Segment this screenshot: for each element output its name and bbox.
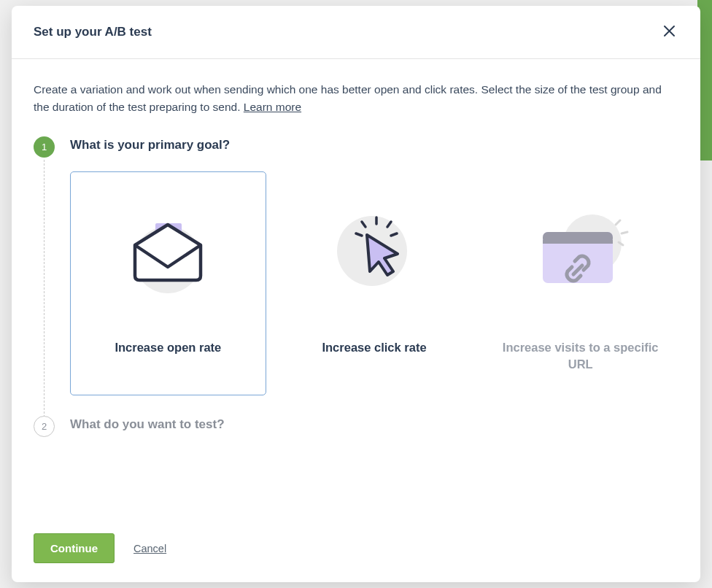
continue-button[interactable]: Continue — [34, 533, 115, 563]
browser-link-icon — [496, 197, 665, 303]
modal-header: Set up your A/B test — [12, 6, 700, 59]
goal-options: Increase open rate — [70, 171, 678, 395]
option-open-rate[interactable]: Increase open rate — [70, 171, 266, 395]
cancel-button[interactable]: Cancel — [134, 543, 166, 554]
envelope-open-icon — [84, 197, 252, 303]
steps-container: 1 What is your primary goal? Incre — [34, 138, 678, 432]
close-icon — [663, 25, 676, 37]
option-visits-url-label: Increase visits to a specific URL — [496, 339, 665, 373]
ab-test-modal: Set up your A/B test Create a variation … — [12, 6, 700, 582]
step-one-title: What is your primary goal? — [70, 138, 678, 152]
option-visits-url[interactable]: Increase visits to a specific URL — [482, 171, 678, 395]
step-one-badge: 1 — [34, 136, 55, 158]
option-click-rate[interactable]: Increase click rate — [276, 171, 473, 395]
modal-footer: Continue Cancel — [12, 520, 700, 582]
svg-line-12 — [622, 232, 627, 233]
intro-text: Create a variation and work out when sen… — [34, 83, 662, 113]
svg-line-11 — [616, 220, 620, 225]
svg-rect-16 — [543, 240, 613, 244]
step-one: 1 What is your primary goal? Incre — [34, 138, 678, 395]
modal-body: Create a variation and work out when sen… — [12, 59, 700, 520]
learn-more-link[interactable]: Learn more — [244, 101, 301, 113]
cursor-click-icon — [290, 197, 459, 303]
step-connector — [44, 160, 44, 428]
step-two: 2 What do you want to test? — [34, 417, 678, 432]
intro-text-block: Create a variation and work out when sen… — [34, 81, 678, 116]
option-open-rate-label: Increase open rate — [115, 339, 221, 356]
option-click-rate-label: Increase click rate — [322, 339, 426, 356]
close-button[interactable] — [660, 22, 678, 42]
modal-title: Set up your A/B test — [34, 25, 152, 39]
step-two-title: What do you want to test? — [70, 417, 678, 432]
step-two-badge: 2 — [34, 416, 55, 437]
